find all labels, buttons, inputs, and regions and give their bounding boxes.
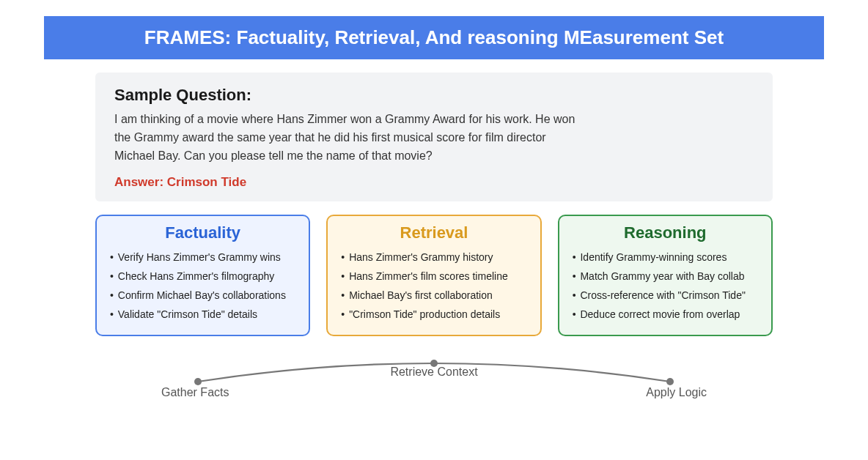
list-item: "Crimson Tide" production details: [341, 305, 528, 324]
reasoning-list: Identify Grammy-winning scores Match Gra…: [571, 248, 760, 324]
list-item: Cross-reference with "Crimson Tide": [573, 286, 760, 305]
list-item: Deduce correct movie from overlap: [573, 305, 760, 324]
concept-cards-row: Factuality Verify Hans Zimmer's Grammy w…: [95, 215, 773, 336]
list-item: Check Hans Zimmer's filmography: [110, 267, 297, 286]
title-text: FRAMES: Factuality, Retrieval, And reaso…: [144, 26, 724, 48]
list-item: Michael Bay's first collaboration: [341, 286, 528, 305]
arc-curve-icon: [95, 352, 773, 411]
factuality-list: Verify Hans Zimmer's Grammy wins Check H…: [108, 248, 297, 324]
reasoning-card: Reasoning Identify Grammy-winning scores…: [558, 215, 773, 336]
factuality-title: Factuality: [108, 223, 297, 242]
sample-question-text: I am thinking of a movie where Hans Zimm…: [114, 111, 584, 165]
retrieval-title: Retrieval: [339, 223, 528, 242]
title-banner: FRAMES: Factuality, Retrieval, And reaso…: [44, 16, 824, 59]
retrieval-card: Retrieval Hans Zimmer's Grammy history H…: [326, 215, 541, 336]
arc-label-retrieve-context: Retrieve Context: [390, 366, 477, 379]
list-item: Match Grammy year with Bay collab: [573, 267, 760, 286]
list-item: Hans Zimmer's Grammy history: [341, 248, 528, 267]
svg-point-0: [194, 378, 202, 385]
list-item: Hans Zimmer's film scores timeline: [341, 267, 528, 286]
sample-question-box: Sample Question: I am thinking of a movi…: [95, 73, 773, 201]
process-arc: Gather Facts Retrieve Context Apply Logi…: [95, 352, 773, 411]
list-item: Validate "Crimson Tide" details: [110, 305, 297, 324]
list-item: Verify Hans Zimmer's Grammy wins: [110, 248, 297, 267]
sample-question-heading: Sample Question:: [114, 86, 754, 105]
factuality-card: Factuality Verify Hans Zimmer's Grammy w…: [95, 215, 310, 336]
arc-label-gather-facts: Gather Facts: [161, 386, 229, 399]
retrieval-list: Hans Zimmer's Grammy history Hans Zimmer…: [339, 248, 528, 324]
list-item: Identify Grammy-winning scores: [573, 248, 760, 267]
list-item: Confirm Michael Bay's collaborations: [110, 286, 297, 305]
reasoning-title: Reasoning: [571, 223, 760, 242]
arc-label-apply-logic: Apply Logic: [646, 386, 707, 399]
sample-answer-text: Answer: Crimson Tide: [114, 175, 754, 190]
svg-point-2: [666, 378, 674, 385]
